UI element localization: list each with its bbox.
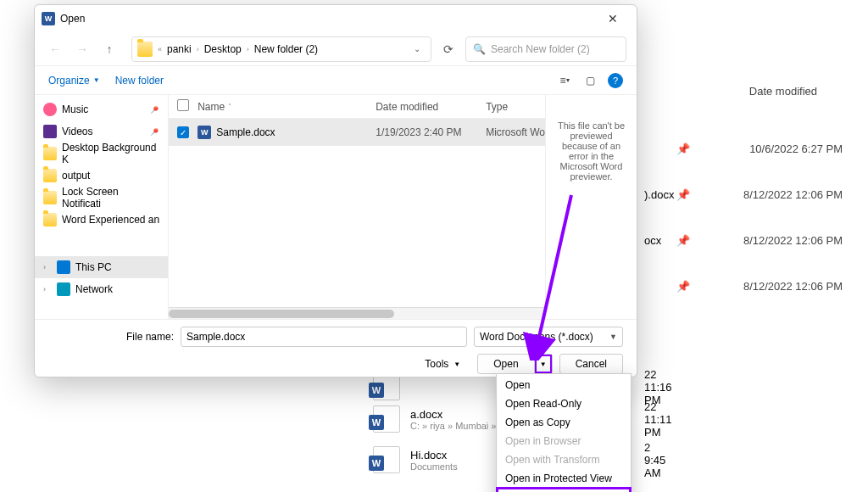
- chevron-right-icon[interactable]: ›: [43, 263, 52, 271]
- row-checkbox[interactable]: ✓: [177, 126, 189, 138]
- sidebar-item[interactable]: Lock Screen Notificati: [35, 187, 168, 209]
- word-app-icon: [42, 12, 55, 25]
- up-button[interactable]: ↑: [99, 39, 120, 59]
- select-all-checkbox[interactable]: [177, 99, 189, 111]
- folder-icon: [43, 213, 57, 226]
- file-type-filter[interactable]: Word Documens (*.docx) ▼: [474, 327, 623, 347]
- col-date[interactable]: Date modified: [376, 101, 486, 113]
- pin-icon: 📍: [147, 103, 161, 116]
- help-button[interactable]: ?: [608, 73, 623, 88]
- open-button[interactable]: Open: [478, 355, 534, 373]
- cancel-button[interactable]: Cancel: [559, 354, 623, 374]
- chevron-down-icon: ▼: [609, 333, 617, 341]
- sidebar-item[interactable]: Desktop Background K: [35, 143, 168, 165]
- search-icon: 🔍: [473, 43, 486, 55]
- sidebar-item-music[interactable]: Music📍: [35, 98, 168, 120]
- pin-icon: 📍: [147, 125, 161, 138]
- dialog-footer: File name: Word Documens (*.docx) ▼ Tool…: [35, 319, 637, 377]
- folder-icon: [43, 169, 57, 182]
- menu-item-open-as-copy[interactable]: Open as Copy: [497, 413, 631, 432]
- menu-item-open-with-transform: Open with Transform: [497, 450, 631, 469]
- file-name-label: File name:: [48, 331, 174, 343]
- open-dialog: Open ✕ ← → ↑ « panki › Desktop › New fol…: [34, 4, 637, 377]
- file-name-input[interactable]: [181, 327, 467, 347]
- chevron-right-icon[interactable]: ›: [43, 285, 52, 294]
- menu-item-open[interactable]: Open: [497, 376, 631, 394]
- sidebar-item[interactable]: output: [35, 165, 168, 187]
- menu-item-open-in-browser: Open in Browser: [497, 432, 631, 450]
- sidebar-item-this-pc[interactable]: ›This PC: [35, 256, 168, 278]
- nav-bar: ← → ↑ « panki › Desktop › New folder (2)…: [35, 32, 637, 66]
- video-icon: [43, 125, 57, 138]
- pin-icon[interactable]: 📌: [676, 143, 690, 155]
- open-split-button[interactable]: Open ▼: [477, 354, 552, 374]
- file-list: Name˄ Date modified Type ✓ Sample.docx 1…: [169, 95, 545, 319]
- recent-item[interactable]: Hi.docxDocuments 2 9:45 AM: [373, 446, 458, 473]
- chevron-down-icon[interactable]: ⌄: [409, 44, 426, 53]
- preview-toggle[interactable]: ▢: [582, 73, 598, 88]
- folder-icon: [43, 147, 57, 160]
- word-doc-icon: [373, 405, 400, 433]
- forward-button[interactable]: →: [72, 39, 92, 59]
- command-bar: Organize ▼ New folder ≡ ▾ ▢ ?: [35, 66, 637, 95]
- recent-item[interactable]: a.docxC: » riya » Mumbai » L 22 11:11 PM: [373, 405, 504, 433]
- menu-item-open-protected-view[interactable]: Open in Protected View: [497, 469, 631, 488]
- side-nav[interactable]: Music📍 Videos📍 Desktop Background K outp…: [35, 95, 169, 319]
- open-dropdown-arrow[interactable]: ▼: [535, 355, 552, 373]
- tools-menu[interactable]: Tools ▼: [425, 358, 460, 370]
- search-input[interactable]: 🔍 Search New folder (2): [465, 36, 626, 62]
- folder-icon: [43, 191, 57, 204]
- close-button[interactable]: ✕: [596, 12, 630, 25]
- refresh-button[interactable]: ⟳: [438, 42, 459, 56]
- folder-icon: [137, 42, 153, 57]
- dialog-title: Open: [60, 13, 85, 25]
- sidebar-item-videos[interactable]: Videos📍: [35, 120, 168, 143]
- music-icon: [43, 103, 57, 116]
- view-menu[interactable]: ≡ ▾: [557, 73, 572, 88]
- new-folder-button[interactable]: New folder: [115, 75, 164, 87]
- menu-item-open-read-only[interactable]: Open Read-Only: [497, 394, 631, 413]
- breadcrumb[interactable]: « panki › Desktop › New folder (2) ⌄: [131, 36, 431, 62]
- pc-icon: [57, 260, 70, 274]
- back-button[interactable]: ←: [45, 39, 65, 59]
- menu-item-open-and-repair[interactable]: Open and Repair: [496, 487, 632, 492]
- sidebar-item[interactable]: Word Experienced an: [35, 209, 168, 231]
- bg-col-date-modified: Date modified: [749, 85, 817, 98]
- horizontal-scrollbar[interactable]: [169, 307, 545, 319]
- col-name[interactable]: Name˄: [198, 101, 376, 113]
- network-icon: [57, 282, 70, 296]
- title-bar: Open ✕: [35, 5, 637, 32]
- open-dropdown-menu: Open Open Read-Only Open as Copy Open in…: [496, 373, 632, 492]
- word-doc-icon: [373, 446, 400, 473]
- file-row[interactable]: ✓ Sample.docx 1/19/2023 2:40 PM Microsof…: [169, 119, 545, 146]
- preview-pane: This file can't be previewed because of …: [545, 95, 637, 319]
- organize-menu[interactable]: Organize ▼: [48, 75, 100, 87]
- col-type[interactable]: Type: [486, 101, 545, 113]
- pin-icon[interactable]: 📌: [676, 280, 690, 293]
- word-doc-icon: [198, 126, 211, 139]
- sidebar-item-network[interactable]: ›Network: [35, 278, 168, 300]
- column-headers: Name˄ Date modified Type: [169, 95, 545, 119]
